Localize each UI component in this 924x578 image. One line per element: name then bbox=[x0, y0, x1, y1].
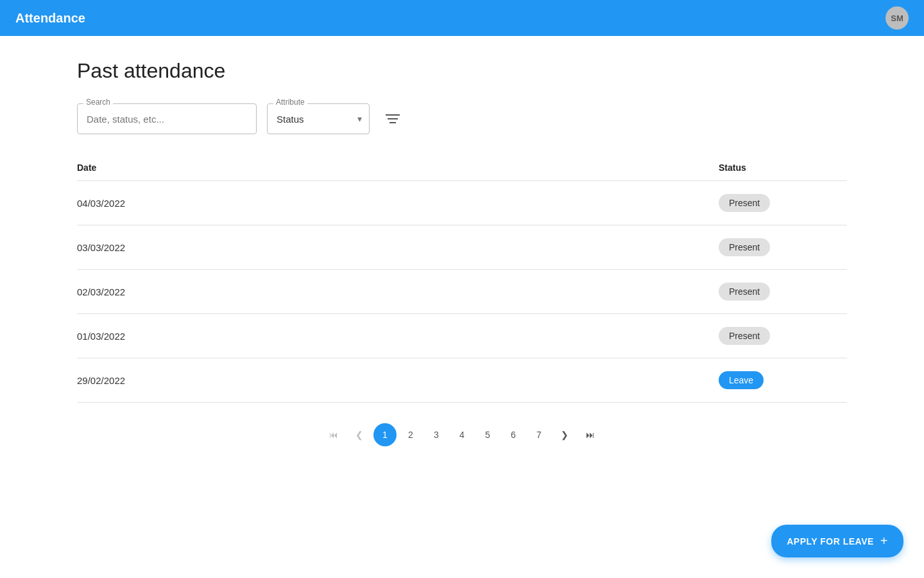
status-badge: Present bbox=[719, 327, 770, 345]
app-title: Attendance bbox=[15, 11, 85, 26]
page-prev-button[interactable]: ❮ bbox=[348, 423, 371, 446]
table-row: 01/03/2022Present bbox=[77, 314, 847, 358]
cell-date: 01/03/2022 bbox=[77, 314, 719, 358]
avatar[interactable]: SM bbox=[886, 6, 909, 30]
page-3-button[interactable]: 3 bbox=[425, 423, 448, 446]
filter-icon-button[interactable] bbox=[380, 106, 406, 132]
cell-status: Leave bbox=[719, 358, 847, 403]
plus-icon: + bbox=[880, 534, 888, 548]
status-badge: Present bbox=[719, 238, 770, 256]
search-field-wrapper: Search bbox=[77, 103, 257, 134]
page-1-button[interactable]: 1 bbox=[373, 423, 397, 446]
status-badge: Present bbox=[719, 194, 770, 212]
table-row: 02/03/2022Present bbox=[77, 270, 847, 314]
cell-date: 03/03/2022 bbox=[77, 225, 719, 270]
cell-status: Present bbox=[719, 314, 847, 358]
col-date: Date bbox=[77, 155, 719, 181]
filters-bar: Search Attribute Status Date All ▾ bbox=[77, 103, 847, 134]
page-next-button[interactable]: ❯ bbox=[553, 423, 576, 446]
table-body: 04/03/2022Present03/03/2022Present02/03/… bbox=[77, 181, 847, 403]
status-badge: Leave bbox=[719, 371, 764, 389]
attribute-field-wrapper: Attribute Status Date All ▾ bbox=[267, 103, 370, 134]
cell-date: 02/03/2022 bbox=[77, 270, 719, 314]
page-5-button[interactable]: 5 bbox=[476, 423, 499, 446]
attribute-label: Attribute bbox=[273, 98, 307, 107]
page-2-button[interactable]: 2 bbox=[399, 423, 422, 446]
cell-date: 29/02/2022 bbox=[77, 358, 719, 403]
pagination: ⏮ ❮ 1 2 3 4 5 6 7 ❯ ⏭ bbox=[77, 423, 847, 446]
page-6-button[interactable]: 6 bbox=[502, 423, 525, 446]
page-last-button[interactable]: ⏭ bbox=[579, 423, 602, 446]
cell-date: 04/03/2022 bbox=[77, 181, 719, 225]
app-header: Attendance SM bbox=[0, 0, 924, 36]
col-status: Status bbox=[719, 155, 847, 181]
page-4-button[interactable]: 4 bbox=[450, 423, 474, 446]
table-row: 03/03/2022Present bbox=[77, 225, 847, 270]
search-label: Search bbox=[83, 98, 113, 107]
attendance-table: Date Status 04/03/2022Present03/03/2022P… bbox=[77, 155, 847, 403]
table-header: Date Status bbox=[77, 155, 847, 181]
page-title: Past attendance bbox=[77, 59, 847, 83]
search-input[interactable] bbox=[77, 103, 257, 134]
cell-status: Present bbox=[719, 181, 847, 225]
status-badge: Present bbox=[719, 283, 770, 301]
apply-leave-label: APPLY FOR LEAVE bbox=[787, 536, 874, 547]
table-row: 04/03/2022Present bbox=[77, 181, 847, 225]
attribute-select[interactable]: Status Date All bbox=[267, 103, 370, 134]
page-7-button[interactable]: 7 bbox=[527, 423, 551, 446]
main-content: Past attendance Search Attribute Status … bbox=[0, 36, 924, 578]
table-row: 29/02/2022Leave bbox=[77, 358, 847, 403]
apply-leave-button[interactable]: APPLY FOR LEAVE + bbox=[771, 525, 903, 557]
page-first-button[interactable]: ⏮ bbox=[322, 423, 345, 446]
cell-status: Present bbox=[719, 225, 847, 270]
cell-status: Present bbox=[719, 270, 847, 314]
